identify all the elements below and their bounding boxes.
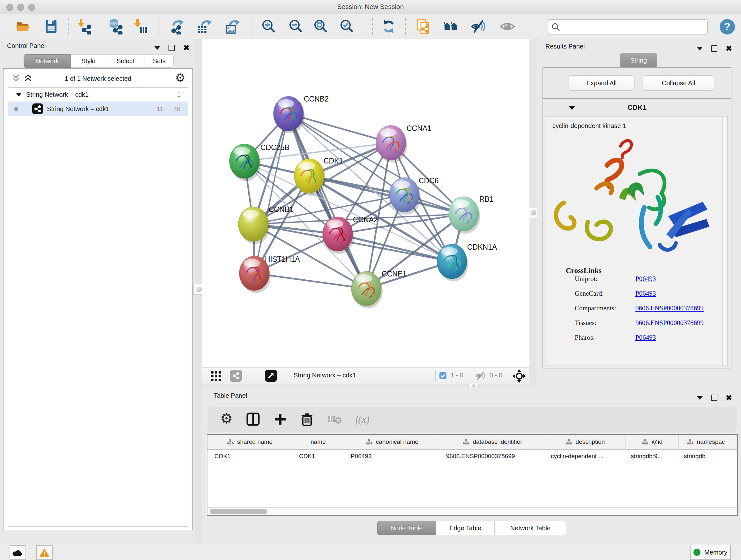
- table-horizontal-scrollbar[interactable]: [207, 507, 737, 515]
- table-row[interactable]: CDK1CDK1P064939606.ENSP00000378699cyclin…: [207, 449, 737, 463]
- column-header-2[interactable]: canonical name: [344, 435, 440, 449]
- node-label-hist1h1a: HIST1H1A: [265, 255, 300, 263]
- crosslink-link[interactable]: 9606.ENSP00000378699: [635, 319, 704, 327]
- table-cell[interactable]: cyclin-dependent ...: [544, 453, 624, 460]
- control-panel: Control Panel ✖ Network Style Select Set…: [0, 39, 199, 543]
- crosslink-link[interactable]: P06493: [635, 290, 656, 298]
- zoom-out-icon[interactable]: [288, 18, 304, 35]
- table-cell[interactable]: CDK1: [292, 453, 344, 460]
- tab-sets[interactable]: Sets: [145, 54, 174, 68]
- table-cell[interactable]: 9606.ENSP00000378699: [439, 453, 544, 460]
- hide-unhide-icon[interactable]: [471, 18, 487, 35]
- results-tab-string[interactable]: String: [620, 53, 657, 68]
- node-details: cyclin-dependent kinase 1: [545, 116, 728, 366]
- main-toolbar: ?: [0, 14, 741, 40]
- network-options-gear-icon[interactable]: ⚙: [175, 71, 185, 84]
- float-panel-icon[interactable]: [711, 395, 718, 401]
- crosslink-link[interactable]: P06493: [635, 334, 656, 341]
- tab-network-table[interactable]: Network Table: [495, 521, 566, 535]
- import-network-file-icon[interactable]: [76, 18, 92, 35]
- show-graphics-icon[interactable]: [499, 18, 515, 35]
- expand-all-button[interactable]: Expand All: [569, 75, 634, 91]
- results-node-section: CDK1 cyclin-dependent kinase 1: [542, 100, 731, 368]
- crosslink-label: Compartments:: [575, 304, 616, 312]
- crosslink-label: Uniprot:: [575, 275, 597, 283]
- column-header-3[interactable]: database identifier: [440, 435, 545, 449]
- network-edge[interactable]: [254, 114, 288, 273]
- detach-view-icon[interactable]: [265, 370, 277, 382]
- table-options-gear-icon[interactable]: ⚙: [220, 410, 232, 427]
- crosslink-link[interactable]: P06493: [635, 275, 656, 283]
- network-row-selected[interactable]: String Network – cdk1 11 48: [8, 102, 188, 116]
- close-panel-icon[interactable]: ✖: [726, 45, 732, 52]
- float-panel-icon[interactable]: [711, 45, 718, 52]
- network-share-view-icon[interactable]: [230, 370, 242, 382]
- results-scrollbar[interactable]: [722, 117, 727, 366]
- network-collection-row[interactable]: String Network – cdk1 1: [8, 87, 188, 102]
- cloud-status-button[interactable]: [10, 545, 26, 560]
- column-type-icon: [366, 439, 373, 445]
- search-input[interactable]: [562, 21, 704, 33]
- close-panel-icon[interactable]: ✖: [183, 44, 190, 52]
- right-splitter[interactable]: [529, 39, 536, 387]
- node-section-header[interactable]: CDK1: [543, 100, 731, 116]
- tab-select[interactable]: Select: [106, 54, 145, 68]
- add-column-icon[interactable]: [273, 413, 287, 426]
- grid-view-icon[interactable]: [211, 371, 221, 381]
- table-cell[interactable]: CDK1: [207, 453, 292, 460]
- selected-checkbox-icon[interactable]: [439, 372, 447, 380]
- save-session-icon[interactable]: [43, 18, 59, 35]
- tab-node-table[interactable]: Node Table: [377, 521, 436, 535]
- table-panel: Table Panel ✖ ⚙ f(x) shared namenamecano…: [202, 387, 741, 543]
- table-cell[interactable]: stringdb: [677, 453, 731, 460]
- collapse-all-button[interactable]: Collapse All: [643, 75, 714, 91]
- network-edge-count: 48: [174, 105, 181, 113]
- zoom-in-icon[interactable]: [261, 18, 277, 35]
- collection-expand-caret-icon[interactable]: [16, 93, 22, 97]
- zoom-fit-icon[interactable]: [313, 18, 329, 35]
- column-header-4[interactable]: description: [545, 435, 625, 449]
- table-cell[interactable]: P06493: [344, 453, 439, 460]
- zoom-selected-icon[interactable]: [339, 18, 355, 35]
- column-header-1[interactable]: name: [292, 435, 344, 449]
- search-box[interactable]: [548, 19, 708, 35]
- tab-edge-table[interactable]: Edge Table: [436, 521, 495, 535]
- string-home-icon[interactable]: [443, 18, 459, 35]
- scrollbar-thumb[interactable]: [210, 509, 267, 514]
- refresh-layout-icon[interactable]: [381, 18, 397, 35]
- network-view-canvas[interactable]: CCNB2CCNA1CDC25BCDK1CDC6RB1CCNB1CCNA2CDK…: [202, 39, 529, 367]
- column-header-5[interactable]: @id: [625, 435, 679, 449]
- left-splitter[interactable]: [195, 39, 202, 543]
- birds-eye-view-icon[interactable]: [513, 369, 526, 383]
- import-network-database-icon[interactable]: [107, 18, 123, 35]
- export-network-icon[interactable]: [170, 18, 186, 35]
- tab-network[interactable]: Network: [23, 54, 71, 68]
- collapse-panel-icon[interactable]: [697, 396, 703, 400]
- warning-status-button[interactable]: [36, 545, 53, 560]
- close-panel-icon[interactable]: ✖: [726, 394, 732, 401]
- column-header-0[interactable]: shared name: [207, 435, 292, 449]
- node-label-cdc25b: CDC25B: [260, 143, 289, 152]
- clone-network-icon[interactable]: [415, 18, 431, 35]
- open-session-icon[interactable]: [15, 18, 31, 35]
- tab-style[interactable]: Style: [71, 54, 106, 68]
- collapse-panel-icon[interactable]: [154, 46, 160, 50]
- column-header-6[interactable]: namespac: [679, 435, 733, 449]
- table-toolbar: ⚙ f(x): [207, 407, 737, 432]
- crosslink-label: GeneCard:: [575, 290, 604, 298]
- network-current-bullet: [14, 107, 18, 111]
- show-columns-icon[interactable]: [246, 412, 260, 426]
- export-image-icon[interactable]: [224, 18, 240, 35]
- export-table-icon[interactable]: [197, 18, 213, 35]
- table-cell[interactable]: stringdb:9...: [624, 453, 677, 460]
- help-icon[interactable]: ?: [719, 18, 735, 35]
- collapse-panel-icon[interactable]: [697, 47, 703, 51]
- import-table-file-icon[interactable]: [132, 18, 148, 35]
- crosslink-row: GeneCard: P06493: [545, 290, 727, 304]
- network-edge[interactable]: [254, 273, 366, 289]
- crosslink-link[interactable]: 9606.ENSP00000378699: [635, 304, 704, 312]
- crosslinks-title: CrossLinks: [566, 266, 727, 275]
- float-panel-icon[interactable]: [169, 45, 175, 51]
- delete-column-icon[interactable]: [300, 413, 314, 426]
- memory-button[interactable]: Memory: [690, 545, 731, 560]
